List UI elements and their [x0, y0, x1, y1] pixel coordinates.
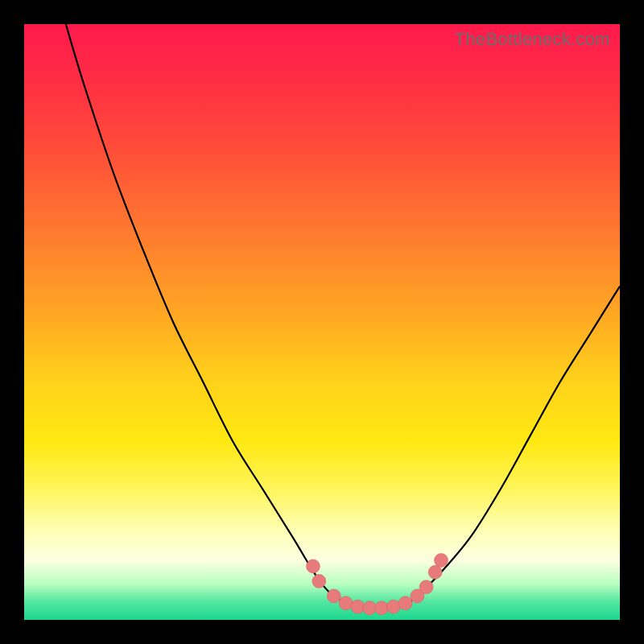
bottleneck-curve — [66, 24, 620, 608]
chart-overlay — [24, 24, 620, 620]
curve-marker — [398, 597, 412, 610]
chart-frame: TheBottleneck.com — [0, 0, 644, 644]
curve-marker — [351, 600, 365, 613]
curve-marker — [363, 601, 377, 615]
curve-marker — [375, 601, 389, 615]
curve-marker — [428, 565, 442, 579]
plot-area: TheBottleneck.com — [24, 24, 620, 620]
curve-marker — [339, 597, 353, 610]
curve-marker — [312, 574, 326, 588]
curve-marker — [327, 589, 341, 603]
curve-marker — [435, 554, 448, 568]
curve-marker — [386, 600, 400, 613]
curve-marker — [306, 559, 320, 573]
curve-markers — [306, 554, 448, 615]
curve-marker — [419, 580, 433, 594]
